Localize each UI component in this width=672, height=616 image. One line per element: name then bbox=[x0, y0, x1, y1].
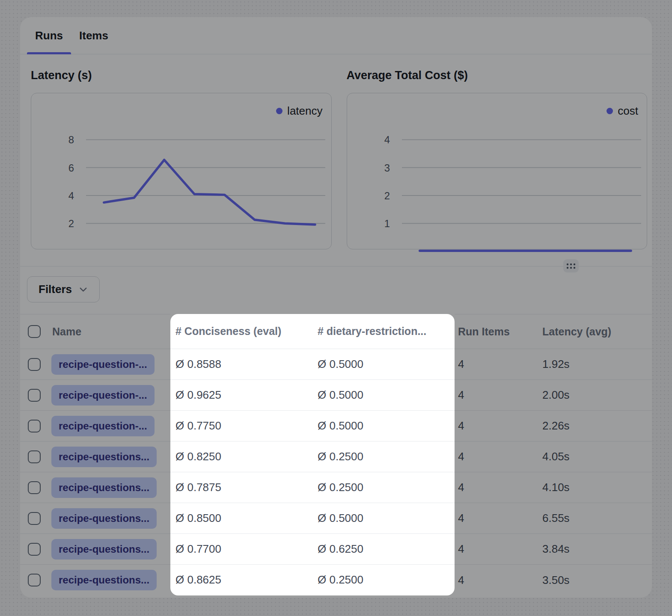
table-row: recipe-question-...Ø 0.9625Ø 0.500042.00… bbox=[20, 380, 652, 411]
row-checkbox[interactable] bbox=[28, 512, 41, 525]
row-checkbox-cell bbox=[20, 565, 47, 595]
tab-runs[interactable]: Runs bbox=[27, 17, 71, 54]
select-all-checkbox[interactable] bbox=[28, 325, 41, 338]
run-name-badge[interactable]: recipe-question-... bbox=[51, 354, 155, 375]
runs-dashboard-card: Runs Items Latency (s) 2468 latency Aver… bbox=[20, 17, 652, 598]
conciseness-score-cell: Ø 0.8625 bbox=[170, 565, 312, 595]
run-name-cell: recipe-question-... bbox=[47, 380, 170, 411]
run-name-badge[interactable]: recipe-questions... bbox=[51, 539, 157, 560]
grip-dots-icon bbox=[566, 262, 576, 270]
latency-avg-cell: 1.92s bbox=[537, 349, 652, 380]
charts-section: Latency (s) 2468 latency Average Total C… bbox=[20, 54, 652, 267]
filters-button-label: Filters bbox=[39, 283, 72, 296]
latency-avg-cell: 3.84s bbox=[537, 534, 652, 565]
table-row: recipe-questions...Ø 0.8500Ø 0.500046.55… bbox=[20, 503, 652, 534]
header-run-items: Run Items bbox=[455, 314, 537, 349]
run-name-badge[interactable]: recipe-questions... bbox=[51, 477, 157, 498]
run-items-cell: 4 bbox=[455, 380, 537, 411]
svg-text:2: 2 bbox=[68, 218, 74, 229]
svg-text:4: 4 bbox=[68, 190, 74, 201]
run-name-badge[interactable]: recipe-questions... bbox=[51, 508, 157, 529]
table-body: recipe-question-...Ø 0.8588Ø 0.500041.92… bbox=[20, 349, 652, 595]
latency-avg-cell: 2.26s bbox=[537, 411, 652, 441]
svg-text:1: 1 bbox=[384, 218, 390, 229]
run-name-cell: recipe-question-... bbox=[47, 349, 170, 380]
latency-legend-dot-icon bbox=[276, 108, 282, 114]
conciseness-score-cell: Ø 0.8500 bbox=[170, 503, 312, 534]
dietary-restriction-score-cell: Ø 0.5000 bbox=[312, 349, 455, 380]
conciseness-score-cell: Ø 0.7875 bbox=[170, 472, 312, 503]
run-name-cell: recipe-questions... bbox=[47, 534, 170, 565]
run-name-badge[interactable]: recipe-questions... bbox=[51, 570, 157, 590]
svg-text:4: 4 bbox=[384, 134, 390, 145]
tab-runs-label: Runs bbox=[35, 29, 63, 42]
cost-legend-dot-icon bbox=[607, 108, 613, 114]
conciseness-score-cell: Ø 0.8250 bbox=[170, 441, 312, 472]
dietary-restriction-score-cell: Ø 0.5000 bbox=[312, 411, 455, 441]
row-checkbox[interactable] bbox=[28, 389, 41, 402]
run-name-cell: recipe-questions... bbox=[47, 472, 170, 503]
cost-legend-label: cost bbox=[618, 104, 638, 118]
conciseness-score-cell: Ø 0.9625 bbox=[170, 380, 312, 411]
run-items-cell: 4 bbox=[455, 503, 537, 534]
row-checkbox[interactable] bbox=[28, 574, 41, 586]
svg-text:2: 2 bbox=[384, 190, 390, 201]
cost-legend: cost bbox=[607, 104, 638, 118]
table-row: recipe-question-...Ø 0.7750Ø 0.500042.26… bbox=[20, 411, 652, 441]
table-row: recipe-questions...Ø 0.7875Ø 0.250044.10… bbox=[20, 472, 652, 503]
tab-bar: Runs Items bbox=[20, 17, 652, 54]
run-items-cell: 4 bbox=[455, 565, 537, 595]
latency-avg-cell: 3.50s bbox=[537, 565, 652, 595]
resize-handle[interactable] bbox=[563, 259, 579, 272]
row-checkbox[interactable] bbox=[28, 420, 41, 432]
latency-avg-cell: 6.55s bbox=[537, 503, 652, 534]
latency-avg-cell: 4.10s bbox=[537, 472, 652, 503]
svg-text:3: 3 bbox=[384, 162, 390, 174]
run-name-cell: recipe-question-... bbox=[47, 411, 170, 441]
filters-row: Filters bbox=[20, 267, 652, 314]
run-name-badge[interactable]: recipe-questions... bbox=[51, 447, 157, 467]
latency-avg-cell: 2.00s bbox=[537, 380, 652, 411]
run-name-badge[interactable]: recipe-question-... bbox=[51, 385, 155, 406]
row-checkbox-cell bbox=[20, 380, 47, 411]
conciseness-score-cell: Ø 0.8588 bbox=[170, 349, 312, 380]
header-dietary-restriction: # dietary-restriction... bbox=[312, 314, 455, 349]
run-items-cell: 4 bbox=[455, 441, 537, 472]
cost-chart-title: Average Total Cost ($) bbox=[347, 70, 648, 81]
row-checkbox-cell bbox=[20, 411, 47, 441]
cost-line-chart: 1234 bbox=[347, 93, 647, 249]
dietary-restriction-score-cell: Ø 0.5000 bbox=[312, 503, 455, 534]
tab-items[interactable]: Items bbox=[71, 17, 116, 54]
run-name-cell: recipe-questions... bbox=[47, 503, 170, 534]
dietary-restriction-score-cell: Ø 0.5000 bbox=[312, 380, 455, 411]
run-name-cell: recipe-questions... bbox=[47, 441, 170, 472]
conciseness-score-cell: Ø 0.7750 bbox=[170, 411, 312, 441]
filters-button[interactable]: Filters bbox=[27, 276, 100, 302]
row-checkbox-cell bbox=[20, 503, 47, 534]
svg-text:8: 8 bbox=[68, 134, 74, 145]
latency-legend-label: latency bbox=[287, 104, 322, 118]
row-checkbox-cell bbox=[20, 534, 47, 565]
row-checkbox[interactable] bbox=[28, 543, 41, 556]
runs-table: Name # Conciseness (eval) # dietary-rest… bbox=[20, 314, 652, 595]
latency-avg-cell: 4.05s bbox=[537, 441, 652, 472]
header-checkbox-cell bbox=[20, 314, 47, 349]
header-conciseness: # Conciseness (eval) bbox=[170, 314, 312, 349]
run-items-cell: 4 bbox=[455, 349, 537, 380]
run-items-cell: 4 bbox=[455, 534, 537, 565]
row-checkbox-cell bbox=[20, 441, 47, 472]
row-checkbox[interactable] bbox=[28, 450, 41, 463]
run-items-cell: 4 bbox=[455, 411, 537, 441]
row-checkbox[interactable] bbox=[28, 358, 41, 371]
run-name-badge[interactable]: recipe-question-... bbox=[51, 416, 155, 436]
run-items-cell: 4 bbox=[455, 472, 537, 503]
tab-items-label: Items bbox=[79, 29, 108, 42]
chevron-down-icon bbox=[78, 284, 88, 294]
latency-chart-title: Latency (s) bbox=[31, 70, 332, 81]
row-checkbox-cell bbox=[20, 472, 47, 503]
svg-text:6: 6 bbox=[68, 162, 74, 174]
table-row: recipe-questions...Ø 0.8625Ø 0.250043.50… bbox=[20, 565, 652, 595]
dietary-restriction-score-cell: Ø 0.2500 bbox=[312, 472, 455, 503]
dietary-restriction-score-cell: Ø 0.6250 bbox=[312, 534, 455, 565]
row-checkbox[interactable] bbox=[28, 481, 41, 494]
